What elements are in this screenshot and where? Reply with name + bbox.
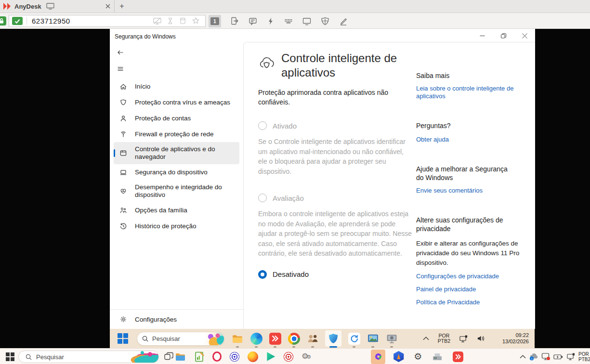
sidebar-item-inicio[interactable]: Início — [114, 78, 239, 94]
contacts-app-icon[interactable] — [306, 332, 319, 345]
chat-icon[interactable] — [248, 16, 258, 26]
anydesk-app-icon[interactable] — [269, 332, 281, 345]
new-tab-button[interactable]: + — [115, 0, 129, 13]
remote-search-box[interactable]: Pesquisar — [137, 332, 224, 346]
back-button[interactable] — [117, 49, 124, 56]
app-browser-icon — [119, 149, 127, 157]
sidebar-item-configuracoes[interactable]: Configurações — [114, 311, 239, 328]
screen-share-icon[interactable] — [541, 352, 551, 361]
privacy-text: Exibir e alterar as configurações de pri… — [416, 239, 522, 268]
file-explorer-icon[interactable] — [175, 351, 186, 363]
radio-option-avaliacao[interactable]: Avaliação — [258, 194, 422, 202]
keyboard-icon[interactable] — [284, 16, 293, 26]
cloud-status-icon[interactable]: i — [529, 352, 538, 361]
local-network-icon[interactable] — [566, 352, 576, 361]
radio-option-desativado[interactable]: Desativado — [258, 270, 422, 279]
local-tray-chevron-icon[interactable] — [520, 355, 526, 359]
system-properties-app-icon[interactable] — [367, 332, 379, 345]
local-search-box[interactable]: Pesquisar — [18, 351, 159, 363]
actions-lightning-icon[interactable] — [266, 16, 275, 26]
anydesk-session-tab[interactable]: AnyDesk — [0, 0, 115, 13]
remote-network-icon[interactable] — [459, 335, 468, 343]
file-explorer-icon[interactable] — [231, 332, 244, 345]
network-signal-icon — [119, 130, 127, 138]
chrome-icon[interactable] — [288, 332, 300, 345]
minimize-button[interactable] — [472, 29, 493, 42]
hardware-tool-app-icon[interactable] — [432, 351, 443, 362]
monitor-select-button[interactable]: 1 — [209, 15, 221, 27]
remote-desktop-app-icon[interactable] — [385, 332, 398, 345]
remote-volume-icon[interactable] — [477, 335, 485, 342]
sidebar-item-controle-aplicativos[interactable]: Controle de aplicativos e do navegador — [114, 142, 239, 164]
anydesk-app-icon[interactable] — [453, 351, 463, 362]
anydesk-tab-title: AnyDesk — [14, 3, 41, 10]
sidebar-item-historico[interactable]: Histórico de proteção — [114, 218, 239, 234]
active-colorful-app-icon[interactable] — [371, 350, 385, 364]
sidebar-item-contas[interactable]: Proteção de contas — [114, 110, 239, 126]
sidebar-item-virus-ameacas[interactable]: Proteção contra vírus e ameaças — [114, 94, 239, 110]
close-tab-icon[interactable] — [105, 4, 110, 9]
menu-toggle-button[interactable] — [117, 65, 124, 73]
family-icon — [119, 207, 127, 214]
file-transfer-icon[interactable] — [230, 16, 239, 26]
questions-heading: Perguntas? — [416, 121, 525, 130]
spiral-blue-app-icon[interactable] — [229, 351, 240, 362]
firefox-icon[interactable] — [248, 351, 258, 362]
sidebar-item-seguranca-dispositivo[interactable]: Segurança do dispositivo — [114, 164, 239, 180]
restore-button[interactable] — [493, 29, 514, 42]
search-icon — [142, 336, 148, 342]
anydesk-toolbar: 623712950 1 — [0, 13, 590, 29]
battery-icon[interactable] — [553, 353, 564, 360]
media-player-app-icon[interactable] — [266, 352, 275, 362]
sidebar-item-desempenho[interactable]: Desempenho e integridade do dispositivo — [114, 180, 239, 202]
learn-more-heading: Saiba mais — [416, 71, 525, 80]
edge-icon[interactable] — [250, 332, 262, 345]
remote-start-button[interactable] — [118, 333, 128, 344]
search-highlight-image[interactable] — [120, 351, 158, 363]
local-taskbar: Pesquisar ⚙⚙ ⚙ — [0, 348, 590, 364]
remote-clock[interactable]: 09:22 13/02/2026 — [494, 332, 529, 345]
shield-icon — [119, 99, 127, 106]
spiral-red-app-icon[interactable] — [283, 351, 294, 362]
privacy-settings-link[interactable]: Configurações de privacidade — [416, 273, 525, 280]
address-separator — [26, 17, 27, 25]
sidebar-item-familia[interactable]: Opções da família — [114, 202, 239, 218]
radio-option-ativado[interactable]: Ativado — [258, 121, 422, 130]
local-start-button[interactable] — [6, 352, 14, 361]
radio-circle-desativado[interactable] — [258, 270, 267, 279]
privacy-policy-link[interactable]: Política de Privacidade — [416, 299, 525, 306]
smart-app-control-icon — [258, 55, 275, 71]
address-bar[interactable]: 623712950 — [9, 15, 206, 27]
windows-security-app-icon[interactable] — [325, 330, 341, 347]
session-monitor-icon — [46, 3, 54, 10]
search-highlight-image[interactable] — [202, 332, 224, 346]
feedback-link[interactable]: Envie seus comentários — [416, 187, 525, 195]
radio-circle-avaliacao[interactable] — [258, 194, 267, 202]
hexagon-app-icon[interactable] — [393, 351, 404, 362]
sidebar-item-firewall[interactable]: Firewall e proteção de rede — [114, 126, 239, 142]
ctrl-alt-del-shield-icon[interactable] — [320, 16, 330, 26]
learn-more-link[interactable]: Leia sobre o controle inteligente de apl… — [416, 85, 520, 100]
radio-circle-ativado[interactable] — [258, 121, 267, 130]
utilities-gears-icon[interactable]: ⚙⚙ — [302, 352, 311, 361]
notes-editor-app-icon[interactable] — [194, 351, 205, 362]
remote-language-indicator[interactable]: POR PTB2 — [438, 333, 450, 344]
improve-heading: Ajude a melhorar a Segurança do Windows — [416, 165, 512, 182]
get-help-link[interactable]: Obter ajuda — [416, 136, 525, 143]
display-icon[interactable] — [302, 16, 312, 26]
task-view-icon[interactable] — [164, 352, 173, 360]
close-button[interactable] — [514, 29, 535, 42]
privacy-dashboard-link[interactable]: Painel de privacidade — [416, 286, 525, 293]
page-subtitle: Proteção aprimorada contra aplicativos n… — [258, 88, 410, 107]
connected-status-icon — [12, 17, 23, 25]
remote-tray-chevron-icon[interactable] — [423, 337, 429, 340]
opera-icon[interactable] — [212, 351, 222, 362]
device-icon — [119, 169, 127, 176]
whiteboard-pencil-icon[interactable] — [339, 16, 348, 26]
ativado-description: Se o Controle inteligente de aplicativos… — [258, 137, 413, 176]
settings-gear-app-icon[interactable]: ⚙ — [414, 352, 422, 361]
remote-address[interactable]: 623712950 — [32, 17, 70, 25]
local-language-indicator[interactable]: POR PTB2 — [578, 351, 590, 362]
windows-security-window: Segurança do Windows — [110, 29, 535, 329]
sync-app-icon[interactable] — [348, 332, 360, 345]
